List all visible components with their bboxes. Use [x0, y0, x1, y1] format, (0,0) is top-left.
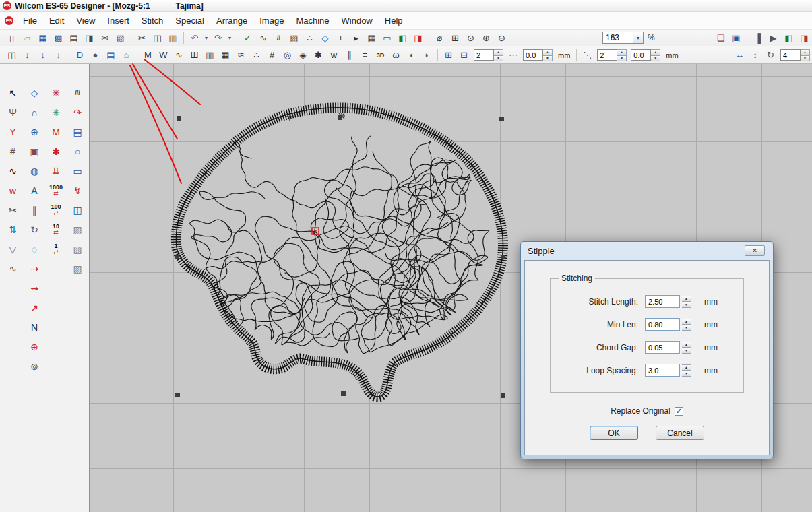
cross-stitch-icon[interactable]: #	[265, 49, 279, 62]
underlay-length-icon[interactable]: ⋱	[580, 49, 594, 62]
e-stitch-icon[interactable]: Ш	[187, 49, 201, 62]
reshape-object-tool[interactable]: ◇	[25, 84, 44, 102]
program-split-icon[interactable]: ▥	[203, 49, 217, 62]
menu-special[interactable]: Special	[169, 13, 210, 28]
penetrations-icon[interactable]: ↓	[36, 49, 50, 62]
spin-up-icon[interactable]: ▲	[682, 342, 691, 348]
zoom-in-icon[interactable]: ⊕	[479, 31, 493, 44]
spin-down-icon[interactable]: ▼	[682, 302, 691, 308]
underlay-spacing-icon[interactable]: ⋯	[506, 49, 520, 62]
lettering-tool[interactable]: A	[25, 182, 44, 199]
select-object-tool[interactable]: ↖	[3, 84, 22, 102]
measure-icon[interactable]: ⌀	[433, 31, 447, 44]
fringe-icon[interactable]: ω	[389, 49, 403, 62]
needle-points-icon[interactable]: ↓	[20, 49, 34, 62]
fabric-icon[interactable]: ⊟	[457, 49, 471, 62]
selection-handle[interactable]	[175, 255, 179, 259]
stamp-tool[interactable]: ▣	[25, 143, 44, 160]
cut-object-tool[interactable]: ✂	[3, 201, 22, 219]
spin-up-icon[interactable]: ▲	[682, 319, 691, 325]
3d-warp-icon[interactable]: 3D	[373, 49, 387, 62]
menu-view[interactable]: View	[70, 13, 101, 28]
rectangle-tool[interactable]: ▭	[68, 162, 87, 180]
lattice-icon[interactable]: ▦	[218, 49, 232, 62]
scale-10[interactable]: 10⇄	[46, 221, 65, 238]
stemstitch-run-tool[interactable]: ⇝	[25, 280, 44, 297]
cancel-button[interactable]: Cancel	[656, 426, 704, 440]
dual-window-icon[interactable]: ◫	[5, 49, 19, 62]
divide-tool[interactable]: Ψ	[3, 104, 22, 121]
dome-tool[interactable]: ∩	[25, 104, 44, 121]
backstitch-run-tool[interactable]: ↗	[25, 299, 44, 317]
motif-run-tool[interactable]: ⇢	[25, 260, 44, 278]
fill-stitch-icon[interactable]: ▨	[287, 31, 301, 44]
zoom-1to1-icon[interactable]: ⊙	[464, 31, 478, 44]
spin-down-icon[interactable]: ▼	[494, 55, 503, 61]
selection-handle[interactable]	[177, 116, 181, 121]
wave-tool[interactable]: w	[3, 182, 22, 199]
overview-window-icon[interactable]: ◧	[396, 31, 410, 44]
spin-up-icon[interactable]: ▲	[682, 296, 691, 302]
outline-stitch-icon[interactable]: ◇	[318, 31, 332, 44]
star-stitch-tool[interactable]: ✱	[46, 143, 65, 160]
spin-down-icon[interactable]: ▼	[651, 55, 660, 61]
value-spinner-input[interactable]	[523, 49, 543, 61]
block-b-tool[interactable]: ▨	[68, 241, 87, 258]
menu-edit[interactable]: Edit	[43, 13, 70, 28]
zoom-out-icon[interactable]: ⊖	[495, 31, 509, 44]
spin-down-icon[interactable]: ▼	[543, 55, 553, 61]
connectors-icon[interactable]: ↓	[51, 49, 65, 62]
wave-fill-icon[interactable]: ≋	[234, 49, 248, 62]
tatami-icon[interactable]: W	[156, 49, 170, 62]
satin-stitch-icon[interactable]: //	[272, 31, 286, 44]
funnel-tool[interactable]: ▽	[3, 241, 22, 258]
foot-tool[interactable]: ↯	[68, 182, 87, 199]
stitch-player-icon[interactable]: ◨	[411, 31, 425, 44]
stitch-length-input[interactable]	[645, 295, 680, 308]
design-check-icon[interactable]: ✓	[241, 31, 255, 44]
sequin-left-icon[interactable]: ◖	[404, 49, 418, 62]
compass-tool[interactable]: ⊕	[25, 123, 44, 141]
clipped-icon-a[interactable]: ◧	[782, 31, 796, 44]
close-button[interactable]: ✕	[745, 245, 765, 256]
branch-tool[interactable]: Y	[3, 123, 22, 141]
menu-file[interactable]: File	[17, 13, 43, 28]
letter-d-icon[interactable]: D	[73, 49, 87, 62]
selection-handle[interactable]	[338, 115, 342, 120]
document-window-icon[interactable]: ES	[5, 16, 13, 25]
spin-down-icon[interactable]: ▼	[682, 348, 691, 354]
mirror-columns-tool[interactable]: ◫	[68, 201, 87, 219]
candlewick-icon[interactable]: ✱	[311, 49, 325, 62]
spin-up-icon[interactable]: ▲	[494, 49, 503, 55]
w-fill-icon[interactable]: w	[327, 49, 341, 62]
cut-icon[interactable]: ✂	[135, 31, 149, 44]
crosshair-icon[interactable]: +	[334, 31, 348, 44]
contour-fill-icon[interactable]: ◎	[280, 49, 294, 62]
open-icon[interactable]: ▱	[20, 31, 34, 44]
dialog-title-bar[interactable]: Stipple ✕	[521, 242, 773, 260]
spin-down-icon[interactable]: ▼	[617, 55, 627, 61]
copy-icon[interactable]: ◫	[150, 31, 164, 44]
menu-stitch[interactable]: Stitch	[135, 13, 170, 28]
hatch-lines-tool[interactable]: ///	[68, 84, 87, 102]
paste-icon[interactable]: ▥	[166, 31, 180, 44]
satin-icon[interactable]: M	[141, 49, 155, 62]
florentine-tool[interactable]: ✳	[46, 104, 65, 121]
sequin-right-icon[interactable]: ◗	[420, 49, 434, 62]
print-icon[interactable]: ▤	[67, 31, 81, 44]
undo-icon[interactable]: ↶	[187, 31, 201, 44]
selection-handle[interactable]	[501, 255, 505, 259]
menu-machine[interactable]: Machine	[290, 13, 335, 28]
zigzag-tool[interactable]: ∿	[3, 162, 22, 180]
globe-tool[interactable]: ◍	[25, 162, 44, 180]
selection-handle[interactable]	[175, 393, 180, 397]
zoom-box-icon[interactable]: ⊞	[448, 31, 462, 44]
spin-up-icon[interactable]: ▲	[617, 49, 627, 55]
redo-dropdown-icon[interactable]: ▾	[226, 31, 233, 44]
columns-fill-icon[interactable]: ∥	[342, 49, 356, 62]
email-icon[interactable]: ✉	[98, 31, 112, 44]
print-preview-icon[interactable]: ◨	[82, 31, 96, 44]
post-tool[interactable]: ▤	[68, 123, 87, 141]
flip-vertical-tool[interactable]: ⇅	[3, 221, 22, 238]
ok-button[interactable]: OK	[590, 426, 638, 440]
